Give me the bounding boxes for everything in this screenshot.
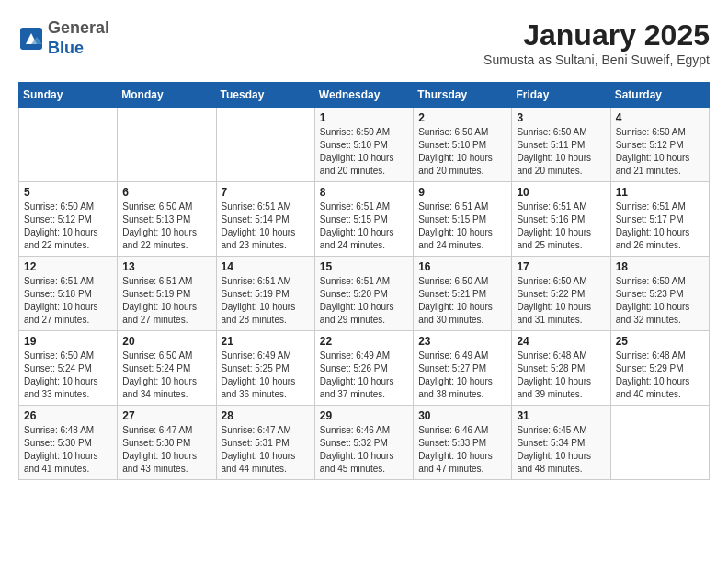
calendar-cell: 19Sunrise: 6:50 AM Sunset: 5:24 PM Dayli… xyxy=(19,331,118,406)
location-subtitle: Sumusta as Sultani, Beni Suweif, Egypt xyxy=(483,52,710,67)
calendar-cell: 18Sunrise: 6:50 AM Sunset: 5:23 PM Dayli… xyxy=(610,257,709,331)
day-info: Sunrise: 6:48 AM Sunset: 5:29 PM Dayligh… xyxy=(616,350,704,401)
calendar-cell: 11Sunrise: 6:51 AM Sunset: 5:17 PM Dayli… xyxy=(610,182,709,257)
calendar-cell: 3Sunrise: 6:50 AM Sunset: 5:11 PM Daylig… xyxy=(512,108,610,182)
calendar-cell: 9Sunrise: 6:51 AM Sunset: 5:15 PM Daylig… xyxy=(414,182,512,257)
day-info: Sunrise: 6:51 AM Sunset: 5:15 PM Dayligh… xyxy=(320,201,408,252)
day-info: Sunrise: 6:51 AM Sunset: 5:14 PM Dayligh… xyxy=(222,201,310,252)
calendar-cell: 23Sunrise: 6:49 AM Sunset: 5:27 PM Dayli… xyxy=(414,331,512,406)
day-number: 23 xyxy=(418,335,506,348)
day-info: Sunrise: 6:50 AM Sunset: 5:10 PM Dayligh… xyxy=(320,126,408,178)
week-row-4: 19Sunrise: 6:50 AM Sunset: 5:24 PM Dayli… xyxy=(19,331,710,406)
month-title: January 2025 xyxy=(483,18,710,52)
week-row-1: 1Sunrise: 6:50 AM Sunset: 5:10 PM Daylig… xyxy=(19,108,710,182)
day-header-wednesday: Wednesday xyxy=(314,83,413,108)
day-number: 10 xyxy=(517,186,605,199)
logo: General Blue xyxy=(18,18,109,58)
calendar-cell: 8Sunrise: 6:51 AM Sunset: 5:15 PM Daylig… xyxy=(314,182,413,257)
day-number: 13 xyxy=(122,260,210,273)
calendar-cell: 1Sunrise: 6:50 AM Sunset: 5:10 PM Daylig… xyxy=(314,108,413,182)
day-info: Sunrise: 6:50 AM Sunset: 5:12 PM Dayligh… xyxy=(24,201,112,252)
day-number: 24 xyxy=(517,335,605,348)
title-block: January 2025 Sumusta as Sultani, Beni Su… xyxy=(483,18,710,67)
day-number: 6 xyxy=(122,186,210,199)
day-info: Sunrise: 6:50 AM Sunset: 5:11 PM Dayligh… xyxy=(517,126,605,178)
calendar-cell xyxy=(118,108,216,182)
day-number: 29 xyxy=(320,409,408,422)
day-info: Sunrise: 6:51 AM Sunset: 5:16 PM Dayligh… xyxy=(517,201,605,252)
day-number: 27 xyxy=(122,409,210,422)
calendar-cell: 7Sunrise: 6:51 AM Sunset: 5:14 PM Daylig… xyxy=(216,182,314,257)
calendar-cell: 13Sunrise: 6:51 AM Sunset: 5:19 PM Dayli… xyxy=(118,257,216,331)
day-info: Sunrise: 6:51 AM Sunset: 5:15 PM Dayligh… xyxy=(418,201,506,252)
calendar-cell xyxy=(19,108,118,182)
logo-icon xyxy=(18,26,44,52)
day-info: Sunrise: 6:50 AM Sunset: 5:21 PM Dayligh… xyxy=(418,275,506,327)
calendar-table: SundayMondayTuesdayWednesdayThursdayFrid… xyxy=(18,82,710,480)
day-info: Sunrise: 6:50 AM Sunset: 5:22 PM Dayligh… xyxy=(517,275,605,327)
calendar-cell: 5Sunrise: 6:50 AM Sunset: 5:12 PM Daylig… xyxy=(19,182,118,257)
calendar-cell: 31Sunrise: 6:45 AM Sunset: 5:34 PM Dayli… xyxy=(512,406,610,480)
calendar-cell: 14Sunrise: 6:51 AM Sunset: 5:19 PM Dayli… xyxy=(216,257,314,331)
calendar-cell: 20Sunrise: 6:50 AM Sunset: 5:24 PM Dayli… xyxy=(118,331,216,406)
day-info: Sunrise: 6:49 AM Sunset: 5:27 PM Dayligh… xyxy=(418,350,506,401)
day-number: 31 xyxy=(517,409,605,422)
calendar-cell: 16Sunrise: 6:50 AM Sunset: 5:21 PM Dayli… xyxy=(414,257,512,331)
day-info: Sunrise: 6:50 AM Sunset: 5:24 PM Dayligh… xyxy=(122,350,210,401)
day-info: Sunrise: 6:46 AM Sunset: 5:33 PM Dayligh… xyxy=(418,424,506,476)
day-number: 26 xyxy=(24,409,112,422)
day-number: 21 xyxy=(222,335,310,348)
week-row-3: 12Sunrise: 6:51 AM Sunset: 5:18 PM Dayli… xyxy=(19,257,710,331)
day-number: 20 xyxy=(122,335,210,348)
day-info: Sunrise: 6:46 AM Sunset: 5:32 PM Dayligh… xyxy=(320,424,408,476)
calendar-cell: 26Sunrise: 6:48 AM Sunset: 5:30 PM Dayli… xyxy=(19,406,118,480)
day-header-friday: Friday xyxy=(512,83,610,108)
day-number: 11 xyxy=(616,186,704,199)
calendar-cell: 17Sunrise: 6:50 AM Sunset: 5:22 PM Dayli… xyxy=(512,257,610,331)
day-number: 9 xyxy=(418,186,506,199)
day-number: 8 xyxy=(320,186,408,199)
calendar-cell: 28Sunrise: 6:47 AM Sunset: 5:31 PM Dayli… xyxy=(216,406,314,480)
day-info: Sunrise: 6:45 AM Sunset: 5:34 PM Dayligh… xyxy=(517,424,605,476)
day-header-thursday: Thursday xyxy=(414,83,512,108)
day-info: Sunrise: 6:50 AM Sunset: 5:12 PM Dayligh… xyxy=(616,126,704,178)
day-header-monday: Monday xyxy=(118,83,216,108)
day-number: 5 xyxy=(24,186,112,199)
day-info: Sunrise: 6:49 AM Sunset: 5:25 PM Dayligh… xyxy=(222,350,310,401)
calendar-cell: 4Sunrise: 6:50 AM Sunset: 5:12 PM Daylig… xyxy=(610,108,709,182)
calendar-cell: 30Sunrise: 6:46 AM Sunset: 5:33 PM Dayli… xyxy=(414,406,512,480)
page-header: General Blue January 2025 Sumusta as Sul… xyxy=(18,18,710,67)
calendar-cell: 25Sunrise: 6:48 AM Sunset: 5:29 PM Dayli… xyxy=(610,331,709,406)
day-number: 25 xyxy=(616,335,704,348)
day-number: 7 xyxy=(222,186,310,199)
day-number: 22 xyxy=(320,335,408,348)
logo-blue: Blue xyxy=(48,39,109,59)
day-header-sunday: Sunday xyxy=(19,83,118,108)
day-number: 1 xyxy=(320,111,408,124)
day-info: Sunrise: 6:51 AM Sunset: 5:17 PM Dayligh… xyxy=(616,201,704,252)
day-info: Sunrise: 6:49 AM Sunset: 5:26 PM Dayligh… xyxy=(320,350,408,401)
day-info: Sunrise: 6:50 AM Sunset: 5:24 PM Dayligh… xyxy=(24,350,112,401)
calendar-cell: 29Sunrise: 6:46 AM Sunset: 5:32 PM Dayli… xyxy=(314,406,413,480)
day-info: Sunrise: 6:51 AM Sunset: 5:19 PM Dayligh… xyxy=(222,275,310,327)
calendar-cell: 2Sunrise: 6:50 AM Sunset: 5:10 PM Daylig… xyxy=(414,108,512,182)
calendar-cell: 12Sunrise: 6:51 AM Sunset: 5:18 PM Dayli… xyxy=(19,257,118,331)
calendar-cell: 6Sunrise: 6:50 AM Sunset: 5:13 PM Daylig… xyxy=(118,182,216,257)
day-number: 19 xyxy=(24,335,112,348)
day-info: Sunrise: 6:50 AM Sunset: 5:13 PM Dayligh… xyxy=(122,201,210,252)
day-header-tuesday: Tuesday xyxy=(216,83,314,108)
day-number: 18 xyxy=(616,260,704,273)
calendar-cell: 27Sunrise: 6:47 AM Sunset: 5:30 PM Dayli… xyxy=(118,406,216,480)
day-number: 2 xyxy=(418,111,506,124)
day-info: Sunrise: 6:50 AM Sunset: 5:10 PM Dayligh… xyxy=(418,126,506,178)
day-info: Sunrise: 6:47 AM Sunset: 5:31 PM Dayligh… xyxy=(222,424,310,476)
calendar-cell xyxy=(610,406,709,480)
week-row-2: 5Sunrise: 6:50 AM Sunset: 5:12 PM Daylig… xyxy=(19,182,710,257)
day-number: 16 xyxy=(418,260,506,273)
calendar-cell: 15Sunrise: 6:51 AM Sunset: 5:20 PM Dayli… xyxy=(314,257,413,331)
calendar-header-row: SundayMondayTuesdayWednesdayThursdayFrid… xyxy=(19,83,710,108)
day-info: Sunrise: 6:48 AM Sunset: 5:28 PM Dayligh… xyxy=(517,350,605,401)
calendar-cell: 24Sunrise: 6:48 AM Sunset: 5:28 PM Dayli… xyxy=(512,331,610,406)
day-info: Sunrise: 6:51 AM Sunset: 5:20 PM Dayligh… xyxy=(320,275,408,327)
week-row-5: 26Sunrise: 6:48 AM Sunset: 5:30 PM Dayli… xyxy=(19,406,710,480)
